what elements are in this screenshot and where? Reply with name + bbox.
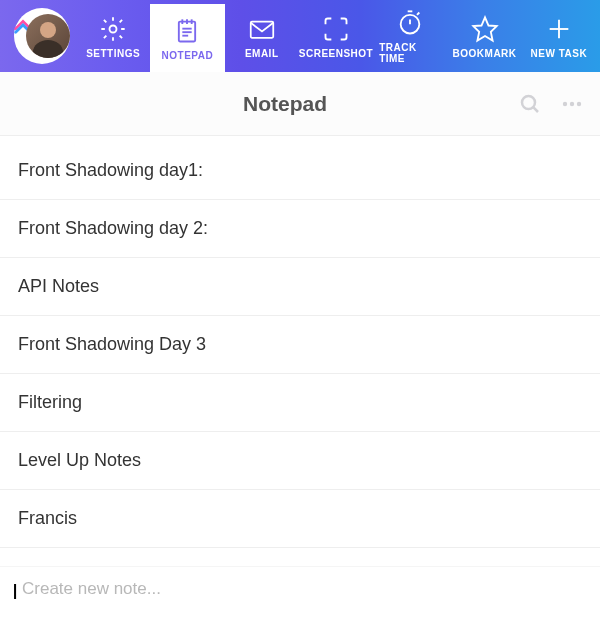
svg-point-9 [401, 15, 420, 34]
nav-settings[interactable]: SETTINGS [76, 0, 150, 72]
user-avatar [26, 14, 70, 58]
nav-label: BOOKMARK [453, 48, 517, 59]
gear-icon [99, 14, 127, 44]
note-row[interactable]: Front Shadowing day 2: [0, 200, 600, 258]
note-row[interactable]: Filtering [0, 374, 600, 432]
search-button[interactable] [518, 92, 542, 116]
nav-label: NOTEPAD [162, 50, 214, 61]
ellipsis-icon [560, 92, 584, 116]
nav-label: EMAIL [245, 48, 279, 59]
note-title: Front Shadowing Day 3 [18, 334, 206, 354]
note-title: Francis [18, 508, 77, 528]
more-menu-button[interactable] [560, 92, 584, 116]
svg-point-19 [570, 101, 574, 105]
svg-point-20 [577, 101, 581, 105]
nav-label: SETTINGS [86, 48, 140, 59]
note-title: API Notes [18, 276, 99, 296]
stopwatch-icon [396, 8, 424, 38]
note-row[interactable]: Francis [0, 490, 600, 548]
subheader: Notepad [0, 72, 600, 136]
plus-icon [545, 14, 573, 44]
nav-notepad[interactable]: NOTEPAD [150, 4, 224, 72]
nav-newtask[interactable]: NEW TASK [522, 0, 596, 72]
nav-screenshot[interactable]: SCREENSHOT [299, 0, 373, 72]
note-title: Front Shadowing day 2: [18, 218, 208, 238]
nav-label: TRACK TIME [379, 42, 441, 64]
svg-rect-8 [250, 21, 273, 37]
svg-point-16 [522, 96, 535, 109]
notes-list: Front Shadowing day1: Front Shadowing da… [0, 136, 600, 569]
email-icon [247, 14, 277, 44]
workspace-avatar[interactable] [14, 8, 70, 64]
svg-line-12 [417, 13, 419, 15]
nav-email[interactable]: EMAIL [225, 0, 299, 72]
nav-bookmark[interactable]: BOOKMARK [447, 0, 521, 72]
nav-tracktime[interactable]: TRACK TIME [373, 0, 447, 72]
svg-line-17 [533, 107, 538, 112]
note-title: Level Up Notes [18, 450, 141, 470]
page-title: Notepad [243, 92, 327, 116]
text-cursor-icon: I [12, 579, 18, 605]
star-icon [471, 14, 499, 44]
create-note-input[interactable] [22, 579, 582, 599]
note-row[interactable]: Level Up Notes [0, 432, 600, 490]
svg-point-18 [563, 101, 567, 105]
note-title: Filtering [18, 392, 82, 412]
note-row[interactable]: Front Shadowing Day 3 [0, 316, 600, 374]
note-title: Front Shadowing day1: [18, 160, 203, 180]
create-note-row: I [0, 566, 600, 617]
nav-label: NEW TASK [531, 48, 588, 59]
topbar: SETTINGS NOTEPAD EMAIL [0, 0, 600, 72]
search-icon [518, 92, 542, 116]
screenshot-icon [322, 14, 350, 44]
nav-label: SCREENSHOT [299, 48, 373, 59]
svg-marker-13 [473, 17, 496, 40]
notepad-icon [173, 16, 201, 46]
note-row[interactable]: API Notes [0, 258, 600, 316]
note-row[interactable]: Front Shadowing day1: [0, 136, 600, 200]
svg-point-0 [110, 25, 117, 32]
